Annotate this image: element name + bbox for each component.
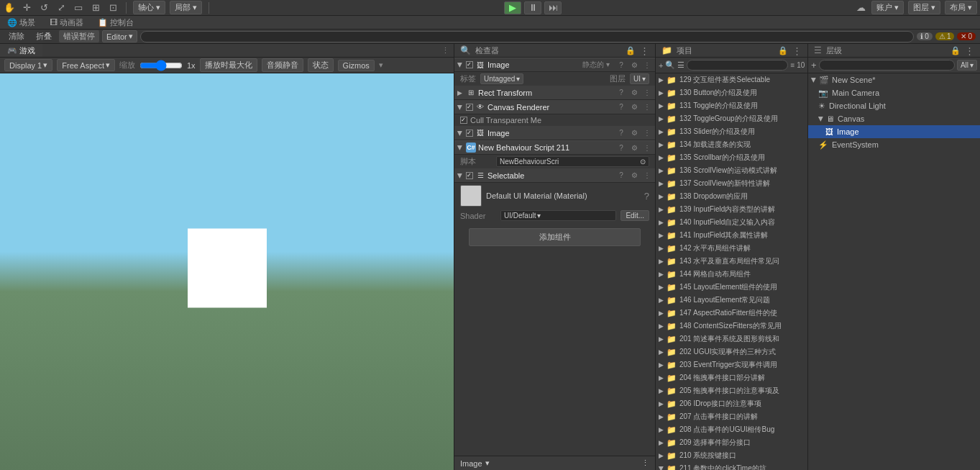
hand-tool-icon[interactable]: ✋ — [3, 1, 16, 14]
editor-dropdown[interactable]: Editor ▾ — [102, 30, 137, 42]
account-dropdown[interactable]: 账户 ▾ — [871, 1, 904, 14]
project-menu-icon[interactable]: ⋮ — [792, 45, 802, 56]
add-component-button[interactable]: 添加组件 — [469, 228, 641, 246]
rect-menu-btn[interactable]: ⋮ — [642, 89, 652, 96]
inspector-lock-icon[interactable]: 🔒 — [626, 46, 636, 55]
script-expand-arrow[interactable]: ▶ — [457, 145, 464, 150]
mute-button[interactable]: 音频静音 — [262, 58, 303, 72]
proj-item[interactable]: ▶ 📁 138 Dropdown的应用 — [656, 190, 807, 203]
clear-button[interactable]: 清除 — [4, 30, 29, 42]
proj-item[interactable]: ▶ 📁 131 Toggle的介绍及使用 — [656, 99, 807, 112]
hier-canvas[interactable]: ▶ 🖥 Canvas — [808, 112, 980, 125]
pivot-dropdown[interactable]: 轴心 ▾ — [133, 1, 165, 14]
gizmos-button[interactable]: Gizmos — [338, 60, 375, 71]
proj-item[interactable]: ▶ 📁 202 UGUI实现事件的三种方式 — [656, 345, 807, 358]
proj-item[interactable]: ▶ 📁 137 ScrollView的新特性讲解 — [656, 177, 807, 190]
zoom-slider[interactable] — [139, 60, 183, 71]
proj-item-211[interactable]: ▶ 📁 211 参数中的clickTime的坑 — [656, 462, 807, 470]
step-button[interactable]: ⏭ — [544, 1, 562, 14]
hier-plus-icon[interactable]: + — [811, 60, 817, 71]
inspector-menu-icon[interactable]: ⋮ — [640, 45, 649, 56]
state-button[interactable]: 状态 — [308, 58, 334, 72]
proj-item[interactable]: ▶ 📁 130 Button的介绍及使用 — [656, 86, 807, 99]
collab-icon[interactable]: ☁ — [854, 1, 867, 14]
layers-dropdown[interactable]: 图层 ▾ — [908, 1, 940, 14]
proj-create-icon[interactable]: + — [659, 60, 663, 71]
canvas-menu-btn[interactable]: ⋮ — [642, 103, 652, 111]
proj-item[interactable]: ▶ 📁 148 ContentSizeFitters的常见用 — [656, 320, 807, 333]
proj-item[interactable]: ▶ 📁 143 水平及垂直布局组件常见问 — [656, 255, 807, 268]
proj-item[interactable]: ▶ 📁 141 InputField其余属性讲解 — [656, 229, 807, 242]
layout-dropdown[interactable]: 布局 ▾ — [945, 1, 977, 14]
rect-tool-icon[interactable]: ▭ — [72, 1, 85, 14]
display-dropdown[interactable]: Display 1 ▾ — [4, 59, 52, 71]
proj-item[interactable]: ▶ 📁 142 水平布局组件讲解 — [656, 242, 807, 255]
canvas-help-btn[interactable]: ? — [616, 103, 626, 111]
proj-item[interactable]: ▶ 📁 205 拖拽事件接口的注意事项及 — [656, 384, 807, 397]
hier-directional-light[interactable]: ☀ Directional Light — [808, 99, 980, 112]
image-component-header[interactable]: ▶ 🖼 Image 静态的 ▾ ? ⚙ ⋮ — [454, 58, 655, 72]
script-component-header[interactable]: ▶ C# New Behaviour Script 211 ? ⚙ ⋮ — [454, 140, 655, 155]
proj-item[interactable]: ▶ 📁 206 IDrop接口的注意事项 — [656, 397, 807, 410]
canvas-renderer-header[interactable]: ▶ 👁 Canvas Renderer ? ⚙ ⋮ — [454, 100, 655, 114]
hier-main-camera[interactable]: 📷 Main Camera — [808, 86, 980, 99]
image2-help-btn[interactable]: ? — [616, 129, 626, 137]
game-tab-menu[interactable]: ⋮ — [437, 44, 454, 57]
selectable-settings-btn[interactable]: ⚙ — [629, 171, 639, 179]
hier-image[interactable]: 🖼 Image — [808, 125, 980, 138]
hier-eventsystem[interactable]: ⚡ EventSystem — [808, 138, 980, 151]
hier-all-dropdown[interactable]: All ▾ — [957, 60, 977, 71]
rect-help-btn[interactable]: ? — [616, 89, 626, 96]
edit-button[interactable]: Edit... — [620, 210, 649, 221]
canvas-expand-arrow[interactable]: ▶ — [457, 104, 464, 109]
canvas-expand-arrow[interactable]: ▶ — [818, 117, 825, 122]
tab-console[interactable]: 📋 控制台 — [91, 16, 141, 29]
transform-tool-icon[interactable]: ⊞ — [89, 1, 102, 14]
tab-animator[interactable]: 🎞 动画器 — [42, 16, 91, 29]
pause-button[interactable]: ⏸ — [524, 1, 541, 14]
proj-item[interactable]: ▶ 📁 207 点击事件接口的讲解 — [656, 410, 807, 423]
shader-dropdown[interactable]: UI/Default ▾ — [500, 210, 616, 221]
proj-item[interactable]: ▶ 📁 204 拖拽事件接口部分讲解 — [656, 371, 807, 384]
maximize-button[interactable]: 播放时最大化 — [200, 58, 257, 72]
proj-item[interactable]: ▶ 📁 132 ToggleGroup的介绍及使用 — [656, 112, 807, 125]
script-help-btn[interactable]: ? — [616, 144, 626, 152]
proj-item[interactable]: ▶ 📁 203 EventTrigger实现事件调用 — [656, 358, 807, 371]
proj-item[interactable]: ▶ 📁 136 ScrollView的运动模式讲解 — [656, 164, 807, 177]
proj-search-icon[interactable]: 🔍 — [665, 60, 675, 71]
cull-checkbox[interactable] — [460, 117, 467, 124]
center-dropdown[interactable]: 局部 ▾ — [170, 1, 202, 14]
image-settings-btn[interactable]: ⚙ — [629, 61, 639, 69]
image2-settings-btn[interactable]: ⚙ — [629, 129, 639, 137]
scene-expand-arrow[interactable]: ▶ — [810, 78, 818, 83]
image2-checkbox[interactable] — [466, 130, 473, 137]
selectable-help-btn[interactable]: ? — [616, 171, 626, 179]
layer-dropdown[interactable]: UI ▾ — [630, 73, 649, 84]
move-tool-icon[interactable]: ✛ — [20, 1, 33, 14]
aspect-dropdown[interactable]: Free Aspect ▾ — [57, 59, 115, 71]
proj-item[interactable]: ▶ 📁 146 LayoutElement常见问题 — [656, 294, 807, 307]
proj-item[interactable]: ▶ 📁 135 Scrollbar的介绍及使用 — [656, 151, 807, 164]
script-menu-btn[interactable]: ⋮ — [642, 144, 652, 152]
image-checkbox[interactable] — [466, 61, 473, 68]
hier-lock-icon[interactable]: 🔒 — [951, 46, 961, 55]
rect-transform-header[interactable]: ▶ ⊞ Rect Transform ? ⚙ ⋮ — [454, 86, 655, 100]
proj-item[interactable]: ▶ 📁 129 交互组件基类Selectable — [656, 73, 807, 86]
proj-item[interactable]: ▶ 📁 210 系统按键接口 — [656, 449, 807, 462]
image-bottom-menu[interactable]: ⋮ — [641, 458, 649, 468]
hier-menu-icon[interactable]: ⋮ — [965, 45, 974, 56]
tag-dropdown[interactable]: Untagged ▾ — [480, 73, 523, 84]
proj-item[interactable]: ▶ 📁 139 InputField内容类型的讲解 — [656, 203, 807, 216]
rect-settings-btn[interactable]: ⚙ — [629, 89, 639, 96]
image2-menu-btn[interactable]: ⋮ — [642, 129, 652, 137]
selectable-menu-btn[interactable]: ⋮ — [642, 171, 652, 179]
tab-scene[interactable]: 🌐 场景 — [0, 16, 42, 29]
proj-item[interactable]: ▶ 📁 133 Slider的介绍及使用 — [656, 125, 807, 138]
canvas-settings-btn[interactable]: ⚙ — [629, 103, 639, 111]
canvas-checkbox[interactable] — [466, 104, 473, 111]
proj-item[interactable]: ▶ 📁 140 InputField自定义输入内容 — [656, 216, 807, 229]
script-settings-btn[interactable]: ⚙ — [629, 144, 639, 152]
proj-item[interactable]: ▶ 📁 201 简述事件系统及图形剪线和 — [656, 333, 807, 345]
extra-tool-icon[interactable]: ⊡ — [106, 1, 119, 14]
console-search[interactable] — [140, 31, 915, 42]
